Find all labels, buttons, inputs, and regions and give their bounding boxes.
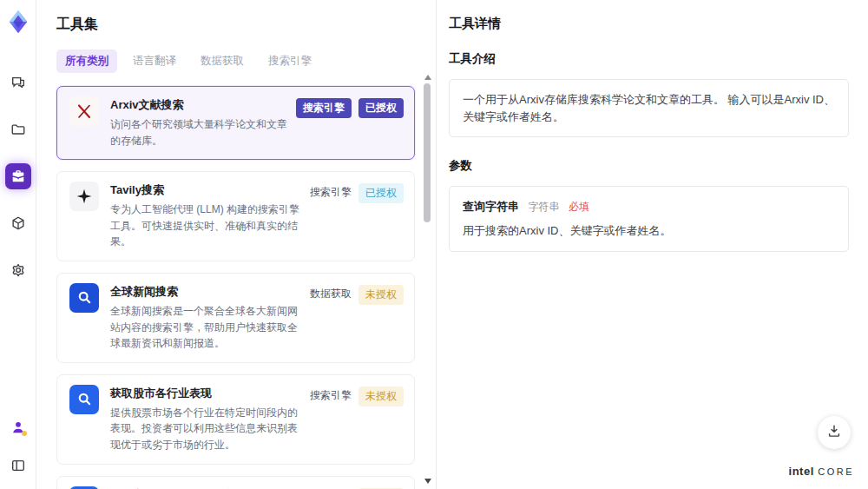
status-dot xyxy=(22,431,27,436)
scroll-up-arrow[interactable] xyxy=(424,75,431,80)
scroll-down-arrow[interactable] xyxy=(424,479,431,484)
sidebar-item-collapse[interactable] xyxy=(5,453,31,479)
gear-icon xyxy=(10,262,26,278)
tool-name: Tavily搜索 xyxy=(110,182,301,198)
tools-panel: 工具集 所有类别 语言翻译 数据获取 搜索引擎 A xyxy=(36,0,437,489)
tool-category-tag: 搜索引擎 xyxy=(310,183,352,202)
param-required-badge: 必填 xyxy=(569,201,589,213)
tool-description: 提供股票市场各个行业在特定时间段内的表现。投资者可以利用这些信息来识别表现优于或… xyxy=(110,405,301,453)
tool-description: 全球新闻搜索是一个聚合全球各大新闻网站内容的搜索引擎，帮助用户快速获取全球最新资… xyxy=(110,303,301,352)
param-type: 字符串 xyxy=(528,201,559,213)
tool-tags: 搜索引擎 已授权 xyxy=(301,182,404,250)
tab-language-translation[interactable]: 语言翻译 xyxy=(124,50,185,73)
folder-icon xyxy=(10,122,26,137)
tool-category-tag: 数据获取 xyxy=(310,285,352,303)
param-description: 用于搜索的Arxiv ID、关键字或作者姓名。 xyxy=(463,222,835,240)
sidebar-bottom xyxy=(5,414,31,479)
tool-detail-panel: 工具详情 工具介绍 一个用于从Arxiv存储库搜索科学论文和文章的工具。 输入可… xyxy=(437,0,868,489)
app-logo xyxy=(5,9,31,35)
intro-box: 一个用于从Arxiv存储库搜索科学论文和文章的工具。 输入可以是Arxiv ID… xyxy=(449,79,849,137)
sidebar-item-tools[interactable] xyxy=(5,163,31,189)
download-button[interactable] xyxy=(818,416,851,449)
tool-name: 全球新闻搜索 xyxy=(110,284,301,300)
tab-all-categories[interactable]: 所有类别 xyxy=(56,50,117,73)
tool-status-badge: 已授权 xyxy=(358,183,404,203)
sidebar-item-files[interactable] xyxy=(5,116,31,142)
tool-status-badge: 已授权 xyxy=(358,98,404,118)
param-header: 查询字符串 字符串 必填 xyxy=(463,198,835,215)
tool-card[interactable]: Tavily搜索 专为人工智能代理 (LLM) 构建的搜索引擎工具。可快速提供实… xyxy=(56,171,415,261)
brand-core: CORE xyxy=(818,466,854,477)
news-search-icon xyxy=(69,283,99,313)
tool-name: Arxiv文献搜索 xyxy=(110,97,296,113)
sidebar-item-chat[interactable] xyxy=(5,69,31,96)
params-heading: 参数 xyxy=(449,158,849,174)
tab-search-engine[interactable]: 搜索引擎 xyxy=(260,50,320,73)
tool-tags: 数据获取 未授权 xyxy=(301,283,404,352)
intro-text: 一个用于从Arxiv存储库搜索科学论文和文章的工具。 输入可以是Arxiv ID… xyxy=(463,91,835,125)
app-window: 工具集 所有类别 语言翻译 数据获取 搜索引擎 A xyxy=(0,0,868,489)
tool-card[interactable]: 全球新闻搜索 全球新闻搜索是一个聚合全球各大新闻网站内容的搜索引擎，帮助用户快速… xyxy=(56,273,415,363)
tool-tags: 搜索引擎 已授权 xyxy=(296,96,404,149)
brand-intel: intel xyxy=(789,465,814,478)
tool-status-badge: 未授权 xyxy=(358,285,404,305)
user-icon xyxy=(10,420,26,435)
tool-description: 专为人工智能代理 (LLM) 构建的搜索引擎工具。可快速提供实时、准确和真实的结… xyxy=(110,202,301,250)
tool-name: 获取股市各行业表现 xyxy=(110,386,301,401)
sidebar-item-profile[interactable] xyxy=(5,414,31,440)
tool-description: 访问各个研究领域大量科学论文和文章的存储库。 xyxy=(110,116,296,149)
panel-toggle-icon xyxy=(10,458,26,473)
stock-search-icon xyxy=(69,486,99,489)
sidebar-item-settings[interactable] xyxy=(5,257,31,283)
sidebar xyxy=(0,0,36,489)
tab-data-fetch[interactable]: 数据获取 xyxy=(192,50,253,73)
tool-card[interactable]: 获取市场最活跃股票信息 提供当天交易量最高的股票列表，投资者可以利用这些信息来识… xyxy=(56,476,415,489)
download-icon xyxy=(826,423,842,442)
tool-card[interactable]: 获取股市各行业表现 提供股票市场各个行业在特定时间段内的表现。投资者可以利用这些… xyxy=(56,374,415,465)
tool-tags: 搜索引擎 未授权 xyxy=(301,486,404,489)
tool-category-tag: 搜索引擎 xyxy=(310,387,352,405)
tool-status-badge: 未授权 xyxy=(358,387,404,406)
tool-list: Arxiv文献搜索 访问各个研究领域大量科学论文和文章的存储库。 搜索引擎 已授… xyxy=(56,86,415,489)
chat-icon xyxy=(10,75,26,90)
tool-card[interactable]: Arxiv文献搜索 访问各个研究领域大量科学论文和文章的存储库。 搜索引擎 已授… xyxy=(56,86,415,160)
param-box: 查询字符串 字符串 必填 用于搜索的Arxiv ID、关键字或作者姓名。 xyxy=(449,186,849,252)
scrollbar-thumb[interactable] xyxy=(424,83,431,222)
param-name: 查询字符串 xyxy=(463,200,519,213)
intel-core-logo: intel CORE xyxy=(789,463,854,479)
cube-icon xyxy=(10,215,26,231)
star-icon xyxy=(69,182,99,211)
tool-tags: 搜索引擎 未授权 xyxy=(301,385,404,453)
tool-category-tag: 搜索引擎 xyxy=(296,98,352,118)
sidebar-item-models[interactable] xyxy=(5,210,31,236)
category-tabs: 所有类别 语言翻译 数据获取 搜索引擎 xyxy=(56,50,415,73)
sidebar-nav xyxy=(5,69,31,283)
arxiv-icon xyxy=(69,96,99,126)
detail-title: 工具详情 xyxy=(449,16,849,32)
toolbox-icon xyxy=(10,169,26,184)
scrollbar[interactable] xyxy=(424,75,431,484)
intro-heading: 工具介绍 xyxy=(449,51,849,67)
page-title: 工具集 xyxy=(56,16,415,34)
stock-search-icon xyxy=(69,385,99,414)
